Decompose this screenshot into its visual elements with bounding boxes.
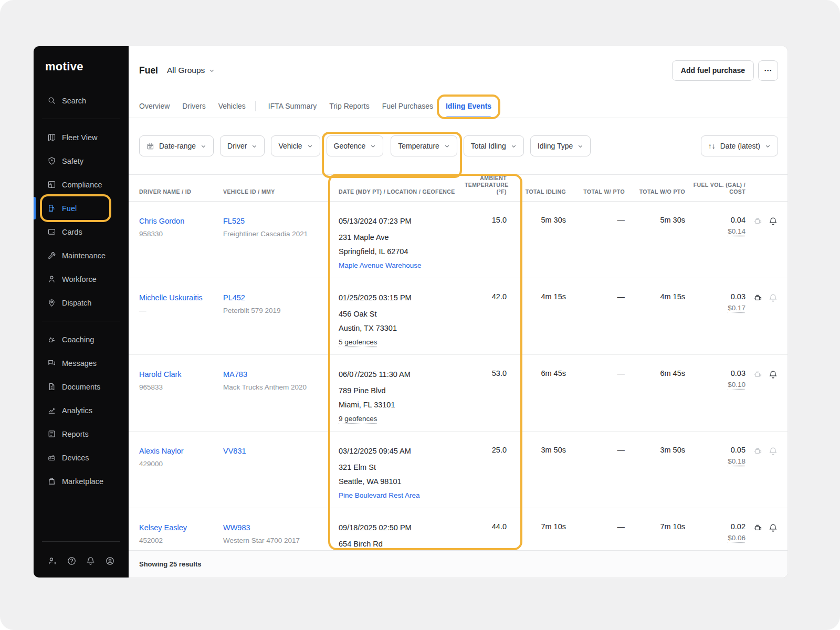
- address-line2: Miami, FL 33101: [339, 398, 465, 412]
- sidebar-item-marketplace[interactable]: Marketplace: [34, 469, 129, 493]
- fuel-cost[interactable]: $0.17: [685, 304, 746, 312]
- tab-trip-reports[interactable]: Trip Reports: [329, 94, 370, 118]
- fuel-volume: 0.03: [685, 292, 746, 301]
- engine-icon[interactable]: [753, 446, 763, 456]
- vehicle-id-link[interactable]: FL525: [223, 216, 245, 226]
- sidebar-item-dispatch[interactable]: Dispatch: [34, 291, 129, 314]
- engine-icon[interactable]: [753, 293, 763, 303]
- more-options-button[interactable]: ⋯: [758, 60, 778, 81]
- filter-label: Date-range: [159, 142, 196, 150]
- sidebar-item-workforce[interactable]: Workforce: [34, 267, 129, 291]
- table-row: Alexis Naylor429000 VV831 03/12/2025 09:…: [129, 432, 788, 508]
- notifications-bell-icon[interactable]: [86, 556, 96, 566]
- sidebar-item-devices[interactable]: Devices: [34, 446, 129, 469]
- total-wo-pto-value: 6m 45s: [625, 355, 685, 431]
- address-line2: Springfield, IL 62704: [339, 245, 465, 259]
- column-header-total-w-pto: TOTAL W/ PTO: [566, 188, 625, 195]
- geofence-filter[interactable]: Geofence: [327, 135, 384, 156]
- bell-icon[interactable]: [768, 370, 778, 380]
- total-w-pto-value: —: [566, 278, 625, 354]
- sidebar-item-cards[interactable]: Cards: [34, 220, 129, 244]
- vehicle-id-link[interactable]: WW983: [223, 522, 250, 533]
- event-datetime: 01/25/2025 03:15 PM: [339, 292, 465, 303]
- chevron-down-icon: [444, 143, 450, 149]
- geofence-line[interactable]: Maple Avenue Warehouse: [339, 259, 465, 272]
- sidebar-item-search[interactable]: Search: [34, 89, 129, 112]
- group-selector[interactable]: All Groups: [167, 66, 215, 75]
- idling-type-filter[interactable]: Idling Type: [530, 135, 591, 156]
- bell-icon[interactable]: [768, 216, 778, 226]
- sidebar-item-messages[interactable]: Messages: [34, 351, 129, 375]
- sidebar-item-documents[interactable]: Documents: [34, 375, 129, 398]
- geofence-line[interactable]: 9 geofences: [339, 412, 465, 426]
- sidebar-item-fleet-view[interactable]: Fleet View: [34, 125, 129, 149]
- filter-label: Temperature: [398, 142, 439, 150]
- vehicle-id-link[interactable]: PL452: [223, 292, 245, 303]
- filter-label: Idling Type: [538, 142, 573, 150]
- help-icon[interactable]: [67, 556, 77, 566]
- shopping-bag-icon: [47, 477, 56, 486]
- fuel-volume: 0.05: [685, 446, 746, 454]
- sidebar-item-label: Workforce: [62, 275, 97, 284]
- bell-icon[interactable]: [768, 446, 778, 456]
- tab-overview[interactable]: Overview: [139, 94, 170, 118]
- geofence-line[interactable]: Pine Boulevard Rest Area: [339, 489, 465, 502]
- filter-label: Vehicle: [278, 142, 302, 150]
- fuel-cost[interactable]: $0.14: [685, 227, 746, 235]
- fuel-cost[interactable]: $0.06: [685, 534, 746, 542]
- driver-id: 429000: [139, 459, 223, 469]
- vehicle-id-link[interactable]: MA783: [223, 369, 247, 380]
- event-datetime: 05/13/2024 07:23 PM: [339, 216, 465, 226]
- sidebar-item-fuel[interactable]: Fuel: [34, 196, 129, 220]
- engine-icon[interactable]: [753, 523, 763, 533]
- tab-drivers[interactable]: Drivers: [182, 94, 205, 118]
- date-range-filter[interactable]: Date-range: [139, 135, 214, 156]
- sidebar-divider: [42, 541, 120, 542]
- bell-icon[interactable]: [768, 523, 778, 533]
- add-fuel-purchase-button[interactable]: Add fuel purchase: [672, 60, 754, 81]
- account-icon[interactable]: [105, 556, 115, 566]
- driver-name-link[interactable]: Kelsey Easley: [139, 522, 187, 533]
- temperature-filter[interactable]: Temperature: [391, 135, 457, 156]
- sidebar-item-safety[interactable]: Safety: [34, 149, 129, 173]
- fuel-cost[interactable]: $0.10: [685, 381, 746, 388]
- sidebar-item-analytics[interactable]: Analytics: [34, 398, 129, 422]
- sidebar-item-maintenance[interactable]: Maintenance: [34, 244, 129, 267]
- driver-name-link[interactable]: Harold Clark: [139, 369, 182, 380]
- sidebar-item-coaching[interactable]: Coaching: [34, 328, 129, 351]
- sidebar-item-compliance[interactable]: Compliance: [34, 173, 129, 196]
- vehicle-filter[interactable]: Vehicle: [271, 135, 320, 156]
- driver-filter[interactable]: Driver: [220, 135, 265, 156]
- sidebar-item-label: Compliance: [62, 181, 102, 189]
- bell-icon[interactable]: [768, 293, 778, 303]
- tab-idling-events[interactable]: Idling Events: [446, 94, 491, 118]
- driver-name-link[interactable]: Michelle Uskuraitis: [139, 292, 203, 303]
- vehicle-id-link[interactable]: VV831: [223, 446, 246, 456]
- app-window: motive Search Fleet View Safety Complian…: [34, 46, 788, 578]
- sidebar: motive Search Fleet View Safety Complian…: [34, 46, 129, 578]
- sidebar-item-reports[interactable]: Reports: [34, 422, 129, 446]
- total-idling-filter[interactable]: Total Idling: [464, 135, 524, 156]
- total-idling-value: 7m 10s: [517, 508, 566, 550]
- address-line2: Austin, TX 73301: [339, 321, 465, 335]
- geofence-line[interactable]: 5 geofences: [339, 335, 465, 349]
- driver-name-link[interactable]: Chris Gordon: [139, 216, 184, 226]
- fuel-cost[interactable]: $0.18: [685, 457, 746, 465]
- tab-ifta-summary[interactable]: IFTA Summary: [268, 94, 317, 118]
- driver-name-link[interactable]: Alexis Naylor: [139, 446, 184, 456]
- address-line1: 654 Birch Rd: [339, 537, 465, 550]
- fuel-volume: 0.03: [685, 369, 746, 377]
- sort-button[interactable]: ↑↓ Date (latest): [701, 135, 778, 156]
- engine-icon[interactable]: [753, 216, 763, 226]
- engine-icon[interactable]: [753, 370, 763, 380]
- tab-vehicles[interactable]: Vehicles: [218, 94, 246, 118]
- driver-id: 958330: [139, 229, 223, 239]
- address-line1: 789 Pine Blvd: [339, 384, 465, 398]
- ambient-temperature: 15.0: [465, 202, 517, 278]
- ambient-temperature: 44.0: [465, 508, 517, 550]
- sidebar-item-label: Coaching: [62, 335, 94, 344]
- tab-fuel-purchases[interactable]: Fuel Purchases: [382, 94, 433, 118]
- vehicle-mmy: Mack Trucks Anthem 2020: [223, 383, 328, 392]
- invite-user-icon[interactable]: [47, 556, 57, 566]
- total-idling-value: 6m 45s: [517, 355, 566, 431]
